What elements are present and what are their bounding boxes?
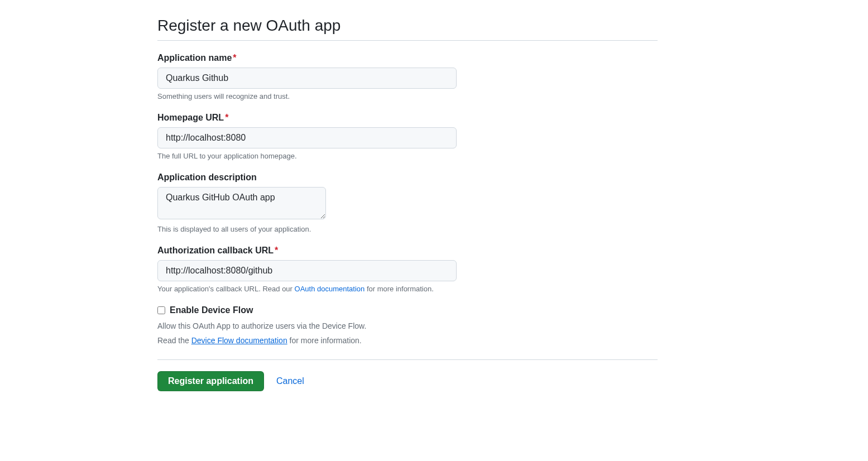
divider (157, 359, 658, 360)
description-textarea[interactable] (157, 187, 326, 219)
form-actions: Register application Cancel (157, 371, 658, 391)
register-button[interactable]: Register application (157, 371, 264, 391)
required-star-icon: * (225, 113, 228, 122)
device-flow-hint-2: Read the Device Flow documentation for m… (157, 334, 658, 347)
homepage-url-hint: The full URL to your application homepag… (157, 152, 658, 160)
oauth-docs-link[interactable]: OAuth documentation (295, 285, 365, 293)
homepage-url-input[interactable] (157, 127, 457, 148)
description-hint: This is displayed to all users of your a… (157, 225, 658, 233)
app-name-hint: Something users will recognize and trust… (157, 92, 658, 100)
device-flow-row: Enable Device Flow (157, 305, 658, 315)
description-label: Application description (157, 172, 658, 183)
device-flow-checkbox[interactable] (157, 306, 165, 314)
device-flow-label: Enable Device Flow (170, 305, 253, 315)
callback-url-hint: Your application's callback URL. Read ou… (157, 285, 658, 293)
page-title: Register a new OAuth app (157, 17, 658, 41)
callback-url-input[interactable] (157, 260, 457, 281)
callback-url-label: Authorization callback URL* (157, 246, 658, 256)
callback-url-label-text: Authorization callback URL (157, 246, 274, 255)
description-group: Application description This is displaye… (157, 172, 658, 233)
homepage-url-label: Homepage URL* (157, 113, 658, 123)
callback-url-hint-prefix: Your application's callback URL. Read ou… (157, 285, 295, 293)
device-flow-docs-link[interactable]: Device Flow documentation (191, 336, 287, 345)
device-flow-hint-prefix: Read the (157, 336, 191, 345)
device-flow-hint-suffix: for more information. (287, 336, 362, 345)
device-flow-hint-1: Allow this OAuth App to authorize users … (157, 320, 658, 332)
callback-url-group: Authorization callback URL* Your applica… (157, 246, 658, 293)
homepage-url-group: Homepage URL* The full URL to your appli… (157, 113, 658, 160)
homepage-url-label-text: Homepage URL (157, 113, 224, 122)
form-container: Register a new OAuth app Application nam… (157, 0, 658, 391)
required-star-icon: * (233, 53, 236, 63)
callback-url-hint-suffix: for more information. (365, 285, 434, 293)
app-name-label: Application name* (157, 53, 658, 63)
device-flow-group: Enable Device Flow Allow this OAuth App … (157, 305, 658, 347)
cancel-button[interactable]: Cancel (276, 376, 304, 386)
app-name-label-text: Application name (157, 53, 232, 63)
app-name-input[interactable] (157, 68, 457, 89)
app-name-group: Application name* Something users will r… (157, 53, 658, 100)
required-star-icon: * (275, 246, 278, 255)
